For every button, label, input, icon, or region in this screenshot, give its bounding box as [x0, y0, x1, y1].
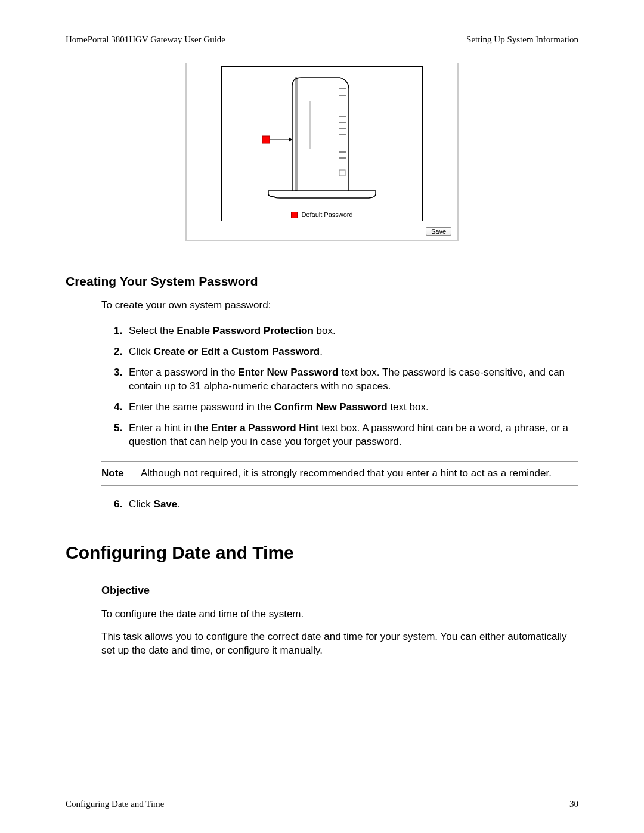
- step-5: Enter a hint in the Enter a Password Hin…: [125, 418, 578, 453]
- step-bold: Create or Edit a Custom Password: [154, 346, 320, 357]
- gateway-figure: Default Password Save: [185, 63, 459, 241]
- figure-legend: Default Password: [227, 211, 417, 218]
- document-page: HomePortal 3801HGV Gateway User Guide Se…: [0, 0, 644, 833]
- step-bold: Enter New Password: [238, 367, 338, 378]
- step-bold: Enter a Password Hint: [211, 422, 318, 433]
- step-2: Click Create or Edit a Custom Password.: [125, 342, 578, 363]
- step-bold: Enable Password Protection: [177, 325, 314, 336]
- steps-list-continued: Click Save.: [101, 494, 578, 515]
- step-text: Click: [129, 346, 154, 357]
- step-4: Enter the same password in the Confirm N…: [125, 397, 578, 418]
- step-1: Select the Enable Password Protection bo…: [125, 321, 578, 342]
- subheading-objective: Objective: [101, 584, 578, 597]
- svg-marker-13: [289, 137, 292, 142]
- page-footer: Configuring Date and Time 30: [66, 799, 578, 809]
- step-6: Click Save.: [125, 494, 578, 515]
- step-text: .: [320, 346, 323, 357]
- note-text: Although not required, it is strongly re…: [141, 467, 552, 479]
- objective-paragraph-2: This task allows you to configure the co…: [101, 630, 578, 658]
- svg-rect-11: [262, 136, 270, 143]
- steps-list: Select the Enable Password Protection bo…: [101, 321, 578, 453]
- note-label: Note: [101, 467, 129, 479]
- step-bold: Save: [154, 498, 178, 510]
- footer-page-number: 30: [569, 799, 578, 809]
- section-heading-creating-password: Creating Your System Password: [66, 274, 578, 289]
- step-text: text box.: [388, 401, 429, 413]
- step-text: box.: [314, 325, 336, 336]
- gateway-device-icon: [233, 72, 411, 209]
- step-text: Enter a hint in the: [129, 422, 211, 433]
- footer-left: Configuring Date and Time: [66, 799, 164, 809]
- step-text: .: [177, 498, 180, 510]
- step-text: Select the: [129, 325, 177, 336]
- step-text: Enter a password in the: [129, 367, 238, 378]
- note-block: Note Although not required, it is strong…: [101, 461, 578, 486]
- figure-save-button: Save: [426, 227, 451, 236]
- header-left: HomePortal 3801HGV Gateway User Guide: [66, 35, 225, 45]
- section-intro: To create your own system password:: [101, 299, 578, 311]
- gateway-illustration-box: Default Password: [221, 66, 423, 221]
- topic-heading-date-time: Configuring Date and Time: [66, 543, 578, 563]
- header-right: Setting Up System Information: [466, 35, 578, 45]
- figure-frame: Default Password Save: [185, 63, 459, 241]
- step-text: Click: [129, 498, 154, 510]
- legend-color-swatch: [291, 212, 298, 218]
- step-3: Enter a password in the Enter New Passwo…: [125, 363, 578, 397]
- step-text: Enter the same password in the: [129, 401, 274, 413]
- objective-paragraph-1: To configure the date and time of the sy…: [101, 608, 578, 621]
- legend-label: Default Password: [301, 211, 352, 218]
- step-bold: Confirm New Password: [274, 401, 388, 413]
- page-header: HomePortal 3801HGV Gateway User Guide Se…: [66, 35, 578, 45]
